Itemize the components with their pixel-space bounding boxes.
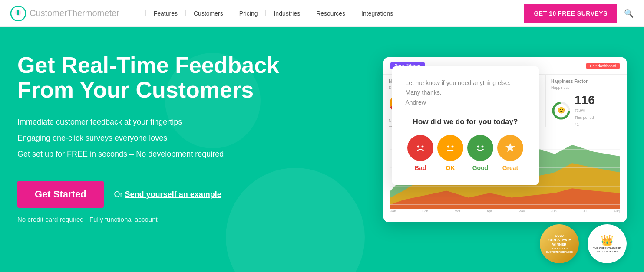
- survey-option-good[interactable]: Good: [467, 135, 493, 171]
- logo[interactable]: 🌡 CustomerThermometer: [10, 6, 119, 21]
- emoji-ok: [437, 135, 463, 161]
- svg-point-6: [443, 141, 457, 155]
- stevie-award-badge: GOLD 2019 STEVIE WINNER FOR SALES & CUST…: [540, 224, 579, 263]
- bullet-2: Engaging one-click surveys everyone love…: [17, 132, 287, 144]
- survey-option-great[interactable]: Great: [497, 135, 523, 171]
- logo-brand: CustomerThermometer: [30, 8, 119, 18]
- hero-section: Get Real-Time Feedback From Your Custome…: [0, 27, 644, 272]
- edit-dashboard-badge: Edit dashboard: [586, 63, 620, 69]
- svg-point-4: [417, 146, 419, 148]
- hero-bullets: Immediate customer feedback at your fing…: [17, 116, 287, 160]
- survey-options: Bad OK Good: [406, 135, 525, 171]
- survey-card: Let me know if you need anything else. M…: [392, 66, 539, 185]
- nav-right: GET 10 FREE SURVEYS 🔍: [524, 4, 634, 23]
- stat-happiness-title: Happiness Factor: [551, 79, 621, 84]
- happiness-numbers: 116 73.9% This period 41: [575, 93, 595, 128]
- send-example-text: Or Send yourself an example: [114, 190, 221, 199]
- stevie-award-text: GOLD 2019 STEVIE WINNER FOR SALES & CUST…: [546, 234, 573, 254]
- survey-question: How did we do for you today?: [406, 118, 525, 126]
- svg-text:😊: 😊: [558, 107, 565, 114]
- label-great: Great: [502, 164, 519, 171]
- crown-icon: 👑: [601, 234, 614, 246]
- nav-links: Features Customers Pricing Industries Re…: [145, 10, 525, 16]
- survey-option-ok[interactable]: OK: [437, 135, 463, 171]
- emoji-good: [467, 135, 493, 161]
- stat-happiness: Happiness Factor Happiness 😊 116 73.9%: [546, 75, 627, 127]
- svg-point-11: [477, 146, 479, 148]
- nav-integrations[interactable]: Integrations: [353, 10, 401, 16]
- search-icon[interactable]: 🔍: [624, 9, 634, 18]
- hero-actions: Get Started Or Send yourself an example: [17, 181, 287, 208]
- nav-features[interactable]: Features: [145, 10, 186, 16]
- happiness-visual: 😊 116 73.9% This period 41: [551, 93, 621, 128]
- hero-right: Let me know if you need anything else. M…: [287, 53, 627, 185]
- queens-award-text: THE QUEEN'S AWARD FOR ENTERPRISE: [593, 246, 621, 254]
- stat-happiness-subtitle: Happiness: [551, 85, 621, 90]
- get-free-surveys-button[interactable]: GET 10 FREE SURVEYS: [524, 4, 617, 23]
- navbar: 🌡 CustomerThermometer Features Customers…: [0, 0, 644, 27]
- label-ok: OK: [446, 164, 455, 171]
- survey-option-bad[interactable]: Bad: [407, 135, 433, 171]
- svg-point-7: [447, 146, 449, 148]
- nav-resources[interactable]: Resources: [308, 10, 353, 16]
- chart-x-labels: JanFebMarAprMayJunJulAug: [390, 209, 620, 213]
- svg-point-8: [452, 146, 454, 148]
- svg-point-12: [482, 146, 484, 148]
- queens-award-badge: 👑 THE QUEEN'S AWARD FOR ENTERPRISE: [588, 224, 627, 263]
- hero-title: Get Real-Time Feedback From Your Custome…: [17, 53, 287, 102]
- nav-industries[interactable]: Industries: [266, 10, 308, 16]
- label-bad: Bad: [415, 164, 426, 171]
- bullet-1: Immediate customer feedback at your fing…: [17, 116, 287, 128]
- nav-pricing[interactable]: Pricing: [231, 10, 266, 16]
- award-badges: GOLD 2019 STEVIE WINNER FOR SALES & CUST…: [540, 224, 627, 263]
- emoji-great: [497, 135, 523, 161]
- no-credit-label: No credit card required - Fully function…: [17, 216, 287, 223]
- get-started-button[interactable]: Get Started: [17, 181, 104, 208]
- svg-point-10: [473, 141, 487, 155]
- svg-text:🌡: 🌡: [15, 9, 22, 16]
- emoji-bad: [407, 135, 433, 161]
- logo-icon: 🌡: [10, 6, 26, 21]
- nav-customers[interactable]: Customers: [186, 10, 231, 16]
- hero-left: Get Real-Time Feedback From Your Custome…: [17, 53, 287, 223]
- send-example-link[interactable]: Send yourself an example: [125, 190, 221, 199]
- svg-point-3: [413, 141, 427, 155]
- svg-point-5: [422, 146, 424, 148]
- bullet-3: Get set up for FREE in seconds – No deve…: [17, 148, 287, 160]
- label-good: Good: [472, 164, 489, 171]
- survey-email-body: Let me know if you need anything else. M…: [406, 78, 525, 107]
